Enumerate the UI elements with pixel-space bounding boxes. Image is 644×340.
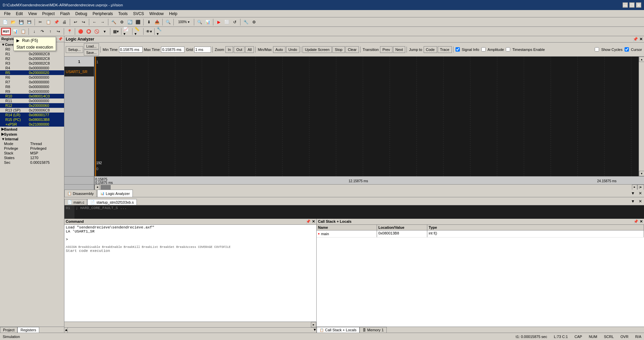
reg-row-r9[interactable]: R90x00000000 [0, 89, 64, 94]
reg-row-r1[interactable]: R10x200002C8 [0, 52, 64, 56]
editor-tab-startup[interactable]: 📄 startup_stm32f103xb.s [87, 199, 137, 205]
analysis-dropdown-button[interactable]: 📈▾ [123, 28, 130, 35]
editor-tab-main-c[interactable]: 📄 main.c [64, 199, 87, 205]
save-all-button[interactable]: 💾 [25, 18, 33, 26]
peripherals-button[interactable]: 🔧 [242, 18, 250, 26]
cursor-checkbox[interactable] [625, 47, 629, 52]
menu-project[interactable]: Project [40, 11, 57, 17]
show-next-button[interactable]: 📍 [66, 28, 73, 35]
rebuild-button[interactable]: 🔄 [126, 18, 133, 26]
max-time-input[interactable] [161, 47, 184, 53]
start-execution-item[interactable]: Start code execution [14, 44, 56, 51]
prev-button[interactable]: Prev [380, 46, 392, 53]
cs-close-icon[interactable]: ✕ [640, 219, 643, 224]
reg-row-r8[interactable]: R80x00000000 [0, 84, 64, 89]
build-target-button[interactable]: 🔨 [110, 18, 117, 26]
options-button[interactable]: ⚙ [250, 18, 258, 26]
undo-button[interactable]: ↩ [72, 18, 79, 26]
memory1-tab[interactable]: 🗄 Memory 1 [360, 327, 387, 333]
cs-row-main[interactable]: • main 0x080013B8 int f() [317, 230, 644, 237]
debug-reset-button[interactable]: ↺ [231, 18, 238, 26]
undo-button[interactable]: Undo [286, 46, 300, 53]
menu-svcs[interactable]: SVCS [130, 11, 147, 17]
registers-view-button[interactable]: 📊 [11, 28, 19, 35]
copy-button[interactable]: 📋 [45, 18, 52, 26]
open-button[interactable]: 📂 [9, 18, 17, 26]
tools2-button[interactable]: 🔧▾ [156, 28, 164, 35]
reg-row-xpsr[interactable]: +xPSR0x21000000 [0, 122, 64, 127]
project-tab[interactable]: Project [0, 327, 17, 333]
la-close-icon[interactable]: ✕ [639, 37, 643, 42]
trace-button[interactable]: 📏▾ [134, 28, 142, 35]
h-scroll-thumb[interactable] [101, 185, 111, 190]
step-out-button[interactable]: ↑ [47, 28, 54, 35]
command-pin-icon[interactable]: 📌 [306, 219, 311, 224]
scroll-right-button[interactable]: ► [632, 185, 637, 190]
cut-button[interactable]: ✂ [37, 18, 44, 26]
find-button[interactable]: 🔍 [164, 18, 172, 26]
auto-button[interactable]: Auto [273, 46, 285, 53]
tabs-arrow-button[interactable]: ▼ [629, 190, 637, 197]
reg-row-r3[interactable]: R30x200002C8 [0, 61, 64, 66]
menu-flash[interactable]: Flash [57, 11, 72, 17]
update-screen-button[interactable]: Update Screen [303, 46, 332, 53]
usart1-sr-label[interactable]: USART1_SR [64, 67, 94, 77]
menu-file[interactable]: File [1, 11, 13, 17]
la-clear-button[interactable]: Clear [345, 46, 359, 53]
zoom-out-button[interactable]: Out [234, 46, 245, 53]
cmd-h-scroll[interactable] [64, 322, 311, 327]
menu-help[interactable]: Help [166, 11, 180, 17]
zoom-all-button[interactable]: All [245, 46, 254, 53]
min-time-input[interactable] [119, 47, 143, 53]
zoom-dropdown-button[interactable]: 100% ▾ [175, 18, 192, 26]
menu-edit[interactable]: Edit [13, 11, 25, 17]
reg-row-r13[interactable]: R13 (SP)0x200006C8 [0, 108, 64, 113]
download-button[interactable]: ⬇ [145, 18, 153, 26]
editor-tabs-arrow[interactable]: ▼ [629, 198, 637, 205]
signal-info-checkbox[interactable] [455, 47, 460, 52]
save-button[interactable]: 💾 [17, 18, 25, 26]
breakpoints-button[interactable]: 🔴 [77, 28, 84, 35]
minimize-button[interactable]: — [623, 2, 628, 8]
reg-row-r11[interactable]: R110x00000000 [0, 98, 64, 103]
cmd-right-arrow[interactable]: ► [311, 322, 316, 327]
reg-row-r15[interactable]: R15 (PC)0x080013B8 [0, 117, 64, 122]
run-to-cursor-button[interactable]: ↪ [55, 28, 62, 35]
bp-dropdown-button[interactable]: ▾ [101, 28, 108, 35]
menu-tools[interactable]: Tools [116, 11, 130, 17]
reg-row-r6[interactable]: R60x00000000 [0, 75, 64, 80]
la-load-button[interactable]: Load... [84, 43, 99, 49]
new-file-button[interactable]: 📄 [1, 18, 9, 26]
reg-row-r7[interactable]: R70x00000000 [0, 80, 64, 84]
scroll-down-button[interactable]: ▼ [639, 171, 644, 176]
next-button[interactable]: Next [393, 46, 406, 53]
close-button[interactable]: ✕ [636, 2, 641, 8]
inspect2-button[interactable]: 📊 [204, 18, 211, 26]
la-save-button[interactable]: Save... [84, 50, 99, 56]
reg-row-r14[interactable]: R14 (LR)0x08000177 [0, 113, 64, 117]
paste-button[interactable]: 📌 [53, 18, 60, 26]
kill-breakpoints-button[interactable]: 🚫 [93, 28, 100, 35]
view-button[interactable]: 👁▾ [145, 28, 153, 35]
disassembly-tab[interactable]: 📋 Disassembly [64, 190, 97, 197]
disable-breakpoints-button[interactable]: ⭕ [85, 28, 92, 35]
menu-peripherals[interactable]: Peripherals [90, 11, 116, 17]
menu-view[interactable]: View [25, 11, 40, 17]
window-dropdown-button[interactable]: ▦▾ [112, 28, 119, 35]
nav-back-button[interactable]: ← [91, 18, 98, 26]
editor-tabs-close[interactable]: ✕ [637, 198, 644, 205]
la-setup-button[interactable]: Setup... [66, 46, 83, 53]
reg-row-r4[interactable]: R40x00000000 [0, 66, 64, 70]
menu-debug[interactable]: Debug [73, 11, 90, 17]
reg-row-r10[interactable]: R100x080014C0 [0, 94, 64, 98]
reg-row-r5[interactable]: R50x20000020 [0, 70, 64, 75]
trace-button2[interactable]: Trace [438, 46, 452, 53]
la-stop-button[interactable]: Stop [332, 46, 345, 53]
step-into-button[interactable]: ↓ [31, 28, 38, 35]
download2-button[interactable]: 📥 [153, 18, 161, 26]
zoom-in-button[interactable]: In [225, 46, 233, 53]
debug-run-button[interactable]: ▶ [215, 18, 222, 26]
nav-forward-button[interactable]: → [99, 18, 106, 26]
reg-row-r12[interactable]: R120x20000060 [0, 103, 64, 108]
timestamps-checkbox[interactable] [506, 47, 510, 52]
